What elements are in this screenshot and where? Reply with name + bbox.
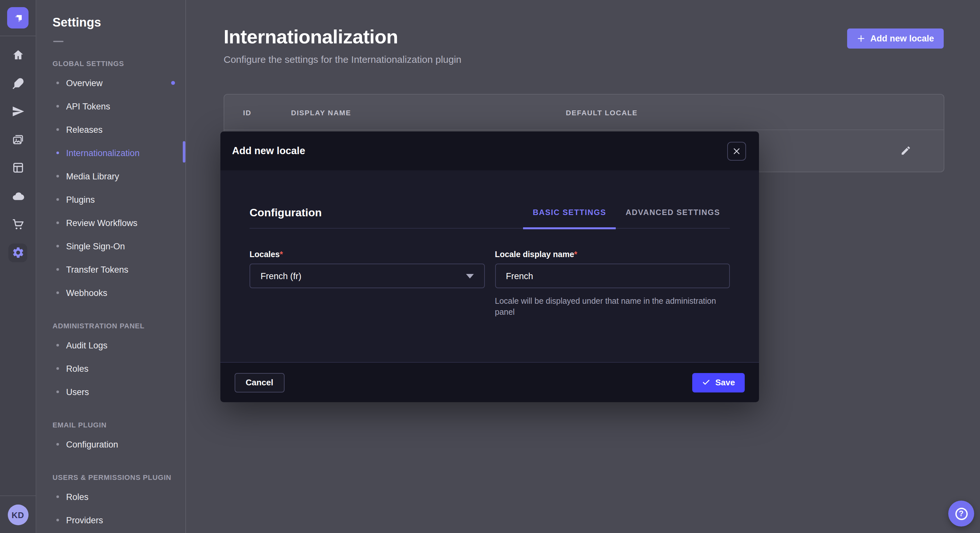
display-name-field: Locale display name* Locale will be disp… xyxy=(495,250,730,318)
sidebar-item-label: Providers xyxy=(66,515,103,525)
sidebar-item-label: Internationalization xyxy=(66,148,140,158)
check-icon xyxy=(702,378,710,387)
sidebar-title: Settings xyxy=(52,16,185,30)
close-icon xyxy=(732,147,741,155)
media-images-icon[interactable] xyxy=(9,130,27,149)
sidebar-item-plugins[interactable]: Plugins xyxy=(37,188,185,211)
display-name-hint: Locale will be displayed under that name… xyxy=(495,296,730,318)
edit-locale-button[interactable] xyxy=(898,143,913,159)
section-header: USERS & PERMISSIONS PLUGIN xyxy=(37,469,185,485)
settings-gear-icon[interactable] xyxy=(8,243,27,262)
locales-label: Locales* xyxy=(250,250,485,259)
tab-basic-settings[interactable]: BASIC SETTINGS xyxy=(523,208,616,229)
add-locale-modal: Add new locale Configuration BASIC SETTI… xyxy=(220,132,759,402)
locales-selected-value: French (fr) xyxy=(261,271,301,281)
sidebar-item-label: Releases xyxy=(66,125,103,134)
sidebar-item-review-workflows[interactable]: Review Workflows xyxy=(37,211,185,235)
settings-tabs: BASIC SETTINGS ADVANCED SETTINGS xyxy=(523,208,730,228)
sidebar-scrollbar-thumb[interactable] xyxy=(183,141,185,163)
modal-body: Configuration BASIC SETTINGS ADVANCED SE… xyxy=(220,170,759,362)
bullet-icon xyxy=(56,268,59,271)
sidebar-item-label: Webhooks xyxy=(66,288,107,298)
required-asterisk: * xyxy=(280,250,283,259)
page-header: Internationalization Configure the setti… xyxy=(224,26,461,65)
bullet-icon xyxy=(56,390,59,393)
sidebar-item-audit-logs[interactable]: Audit Logs xyxy=(37,333,185,357)
icon-rail: KD xyxy=(0,0,36,533)
column-header-id: ID xyxy=(243,95,251,130)
sidebar-item-users[interactable]: Users xyxy=(37,380,185,403)
bullet-icon xyxy=(56,198,59,201)
sidebar-item-webhooks[interactable]: Webhooks xyxy=(37,281,185,305)
bullet-icon xyxy=(56,519,59,521)
layout-window-icon[interactable] xyxy=(9,159,27,177)
configuration-title: Configuration xyxy=(250,206,322,228)
bullet-icon xyxy=(56,367,59,370)
sidebar-item-single-sign-on[interactable]: Single Sign-On xyxy=(37,235,185,258)
modal-title: Add new locale xyxy=(232,145,305,157)
sidebar-item-label: Single Sign-On xyxy=(66,241,125,251)
display-name-label-text: Locale display name xyxy=(495,250,574,259)
add-button-label: Add new locale xyxy=(870,34,934,43)
add-new-locale-button[interactable]: Add new locale xyxy=(847,29,944,49)
bullet-icon xyxy=(56,105,59,108)
sidebar-item-email-configuration[interactable]: Configuration xyxy=(37,433,185,456)
bullet-icon xyxy=(56,152,59,154)
sidebar-item-admin-roles[interactable]: Roles xyxy=(37,357,185,380)
column-header-display-name: DISPLAY NAME xyxy=(291,95,351,130)
help-button[interactable]: ? xyxy=(948,501,974,527)
sidebar-item-releases[interactable]: Releases xyxy=(37,118,185,141)
avatar-initials: KD xyxy=(12,510,24,520)
sidebar-item-label: Audit Logs xyxy=(66,340,108,350)
sidebar-item-label: Review Workflows xyxy=(66,218,137,228)
home-icon[interactable] xyxy=(9,46,27,64)
locales-select[interactable]: French (fr) xyxy=(250,263,485,288)
feather-icon[interactable] xyxy=(9,74,27,92)
rail-nav xyxy=(0,36,36,262)
bullet-icon xyxy=(56,82,59,84)
sidebar-item-overview[interactable]: Overview xyxy=(37,71,185,95)
sidebar-item-internationalization[interactable]: Internationalization xyxy=(37,141,185,165)
rail-divider-bottom xyxy=(0,495,36,496)
tab-advanced-settings[interactable]: ADVANCED SETTINGS xyxy=(616,208,730,229)
cloud-icon[interactable] xyxy=(9,187,27,205)
sidebar-item-api-tokens[interactable]: API Tokens xyxy=(37,95,185,118)
display-name-input[interactable] xyxy=(495,263,730,288)
cancel-button[interactable]: Cancel xyxy=(235,373,284,392)
close-modal-button[interactable] xyxy=(727,141,746,160)
bullet-icon xyxy=(56,443,59,446)
sidebar-item-up-roles[interactable]: Roles xyxy=(37,485,185,508)
title-underline xyxy=(53,41,64,42)
sidebar-item-media-library[interactable]: Media Library xyxy=(37,165,185,188)
sidebar-item-label: Media Library xyxy=(66,171,119,181)
bullet-icon xyxy=(56,128,59,131)
strapi-logo[interactable] xyxy=(7,7,29,29)
bullet-icon xyxy=(56,292,59,294)
question-mark-icon: ? xyxy=(955,508,967,520)
section-header: GLOBAL SETTINGS xyxy=(37,55,185,71)
sidebar-item-label: Transfer Tokens xyxy=(66,265,128,274)
save-button[interactable]: Save xyxy=(692,373,745,392)
bullet-icon xyxy=(56,495,59,498)
modal-footer: Cancel Save xyxy=(220,362,759,402)
sidebar-item-label: Roles xyxy=(66,364,89,373)
plus-icon xyxy=(856,34,865,43)
page-subtitle: Configure the settings for the Internati… xyxy=(224,54,461,65)
paper-plane-icon[interactable] xyxy=(9,102,27,121)
pencil-icon xyxy=(900,145,911,156)
display-name-label: Locale display name* xyxy=(495,250,730,259)
required-asterisk: * xyxy=(574,250,578,259)
sidebar-item-label: Roles xyxy=(66,492,89,501)
sidebar-item-transfer-tokens[interactable]: Transfer Tokens xyxy=(37,258,185,281)
sidebar-item-label: Plugins xyxy=(66,195,95,204)
locales-label-text: Locales xyxy=(250,250,280,259)
section-global-settings: GLOBAL SETTINGS Overview API Tokens Rele… xyxy=(37,55,185,305)
user-avatar[interactable]: KD xyxy=(8,504,28,525)
shopping-cart-icon[interactable] xyxy=(9,215,27,233)
sidebar-item-providers[interactable]: Providers xyxy=(37,508,185,532)
strapi-logo-mark xyxy=(11,11,25,25)
section-header: ADMINISTRATION PANEL xyxy=(37,317,185,333)
bullet-icon xyxy=(56,344,59,346)
configuration-header-row: Configuration BASIC SETTINGS ADVANCED SE… xyxy=(250,170,730,228)
sidebar-item-label: Users xyxy=(66,387,89,397)
